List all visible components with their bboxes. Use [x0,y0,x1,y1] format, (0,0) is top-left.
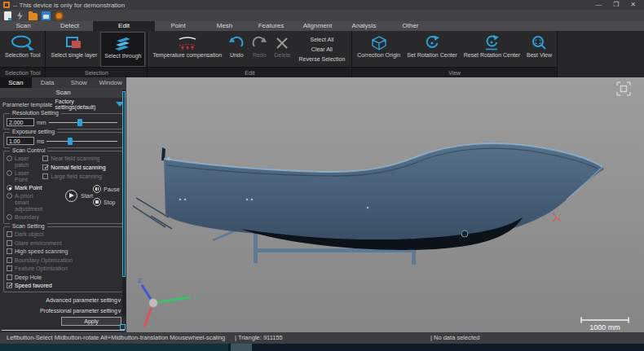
tab-analysis[interactable]: Analysis [341,21,387,31]
best-view-button[interactable]: Best View [523,32,555,67]
check-boundary-optimization[interactable]: Boundary Optimization [7,257,120,264]
close-button[interactable]: ✕ [630,0,636,10]
exposure-slider-handle[interactable] [68,138,73,145]
play-icon [65,190,77,202]
left-settings-panel: Scan Data Show Window Scan Parameter tem… [0,77,126,332]
save-icon[interactable] [42,11,51,20]
check-near-field-scanning[interactable]: Near field scanning [42,156,123,162]
tab-alignment[interactable]: Alignment [294,21,341,31]
tab-point[interactable]: Point [155,21,201,31]
check-speed-favored[interactable]: Speed favored [7,283,120,289]
ribbon-group-selection: Select single layer Select through Selec… [46,31,148,77]
viewport-3d-canvas[interactable]: Z Y 1000 mm [126,77,644,332]
redo-icon [251,34,267,52]
magnifier-icon [531,34,547,52]
group-caption-edit: Edit [148,67,351,77]
tab-features[interactable]: Features [248,21,294,31]
exposure-input[interactable] [7,137,34,145]
maximize-button[interactable]: ❐ [613,0,619,10]
undo-icon [228,34,245,52]
reverse-selection-button[interactable]: Reverse Selection [299,55,346,63]
exposure-unit: ms [37,138,44,144]
quick-access-toolbar [0,10,644,21]
triangle-count: | Triangle: 911155 [235,332,283,344]
select-single-layer-button[interactable]: Select single layer [47,32,100,67]
new-file-icon[interactable] [4,11,11,20]
check-glare-environment[interactable]: Glare environment [7,240,120,247]
ribbon-group-selection-tool: Selection Tool Selection Tool [0,31,46,77]
undo-button[interactable]: Undo [225,32,248,67]
ribbon-toolbar: Selection Tool Selection Tool Select sin… [0,31,644,77]
minimize-button[interactable]: — [595,0,602,10]
bottom-strip-item [231,344,252,351]
tab-scan[interactable]: Scan [0,21,46,31]
parameter-template-dropdown[interactable]: Factory settings(default) [55,99,124,110]
resolution-slider-handle[interactable] [77,119,82,126]
select-all-button[interactable]: Select All [299,36,346,43]
delete-x-icon [275,34,289,52]
selection-tool-button[interactable]: Selection Tool [2,32,43,67]
start-scan-button[interactable]: Start [65,190,93,202]
advanced-parameter-setting-link[interactable]: Advanced parameter setting∨ [46,297,121,304]
set-rotation-center-button[interactable]: Set Rotation Center [404,32,460,67]
panel-section-header: Scan [0,88,126,98]
parameter-template-label: Parameter template [2,102,52,107]
exposure-slider[interactable] [46,138,117,145]
mouse-hint-text: Leftbutton-Select Midbutton-rotate Alt+M… [7,332,225,344]
radio-laser-patch[interactable]: Laser patch [7,156,42,169]
bottom-strip-left [0,344,228,351]
check-large-field-scanning[interactable]: Large field scanning [42,173,123,180]
group-caption-selection: Selection [46,67,147,77]
tab-detect[interactable]: Detect [46,21,93,31]
check-deep-hole[interactable]: Deep Hole [7,274,120,281]
menu-tab-bar: Scan Detect Edit Point Mesh Features Ali… [0,21,644,31]
apply-button[interactable]: Apply [61,317,121,326]
stern-fitting [167,157,170,160]
window-title: -- This device is only for demonstration [13,2,125,9]
check-normal-field-scanning[interactable]: Normal field scanning [42,165,123,171]
check-feature-optimization[interactable]: Feature Optimization [7,265,120,272]
panel-scroll-box[interactable] [120,324,126,330]
delete-button[interactable]: Delete [271,32,293,67]
professional-parameter-setting-link[interactable]: Professional parameter setting∨ [40,308,121,314]
ribbon-group-edit: Temperature compensation Undo Redo [148,31,352,77]
radio-apriori-smart-adjustment[interactable]: A-priori smart adjustment [7,193,42,213]
device-settings-icon[interactable] [55,11,64,20]
correction-origin-button[interactable]: Correction Origin [354,32,404,67]
radio-laser-point[interactable]: Laser Point [7,170,42,183]
panel-scrollbar-thumb[interactable] [122,91,126,277]
tab-other[interactable]: Other [387,21,434,31]
rotate-center-reset-icon [483,34,500,52]
reset-rotation-center-button[interactable]: Reset Rotation Center [461,32,523,67]
lasso-icon [11,34,35,52]
panel-scrollbar[interactable] [122,90,126,316]
resolution-setting-group: Resolution Setting mm [3,113,123,129]
resolution-input[interactable] [7,118,34,126]
panel-tab-window[interactable]: Window [95,77,126,88]
device-connect-icon[interactable] [15,11,24,20]
stop-button[interactable]: Stop [93,198,120,206]
temperature-compensation-button[interactable]: Temperature compensation [149,32,225,67]
tab-mesh[interactable]: Mesh [201,21,248,31]
check-dark-object[interactable]: Dark object [7,231,120,238]
redo-button[interactable]: Redo [248,32,271,67]
rotate-center-icon [424,34,440,52]
scanner-app-window: -- This device is only for demonstration… [0,0,644,351]
radio-boundary[interactable]: Boundary [7,214,42,221]
axis-z-label: Z [138,277,142,284]
panel-tab-bar: Scan Data Show Window [0,77,126,88]
exposure-setting-group: Exposure setting ms [3,132,123,148]
panel-tab-show[interactable]: Show [64,77,95,88]
scan-setting-group: Scan Setting Dark object Glare environme… [3,226,123,292]
select-through-button[interactable]: Select through [100,32,145,67]
pause-button[interactable]: Pause [93,185,120,193]
resolution-slider[interactable] [49,119,117,126]
panel-tab-data[interactable]: Data [32,77,64,88]
cube-icon [369,34,389,52]
clear-all-button[interactable]: Clear All [299,46,346,53]
panel-tab-scan[interactable]: Scan [0,77,32,88]
open-folder-icon[interactable] [29,13,37,20]
check-high-speed-scanning[interactable]: High speed scanning [7,248,120,255]
tab-edit[interactable]: Edit [93,21,155,31]
radio-mark-point[interactable]: Mark Point [7,185,42,191]
